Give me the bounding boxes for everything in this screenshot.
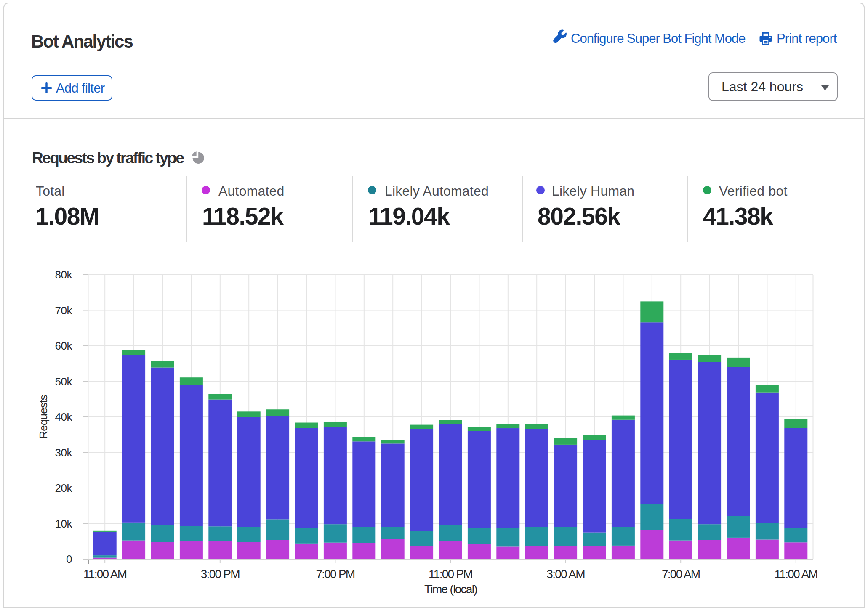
svg-text:10k: 10k <box>55 517 73 530</box>
svg-text:70k: 70k <box>55 304 73 317</box>
svg-text:30k: 30k <box>55 446 73 459</box>
svg-text:3:00 PM: 3:00 PM <box>201 568 240 581</box>
svg-text:80k: 80k <box>55 268 73 281</box>
svg-text:Requests: Requests <box>37 395 50 438</box>
svg-text:11:00 AM: 11:00 AM <box>83 568 127 581</box>
svg-text:60k: 60k <box>55 339 73 352</box>
svg-text:3:00 AM: 3:00 AM <box>546 568 585 581</box>
svg-text:50k: 50k <box>55 375 73 388</box>
svg-text:20k: 20k <box>55 482 73 494</box>
svg-text:0: 0 <box>66 553 72 565</box>
svg-text:40k: 40k <box>55 411 73 423</box>
svg-text:11:00 AM: 11:00 AM <box>775 568 818 581</box>
svg-text:7:00 AM: 7:00 AM <box>662 568 700 581</box>
svg-text:7:00 PM: 7:00 PM <box>316 568 354 581</box>
svg-text:Time (local): Time (local) <box>424 583 477 596</box>
svg-text:11:00 PM: 11:00 PM <box>429 568 472 581</box>
